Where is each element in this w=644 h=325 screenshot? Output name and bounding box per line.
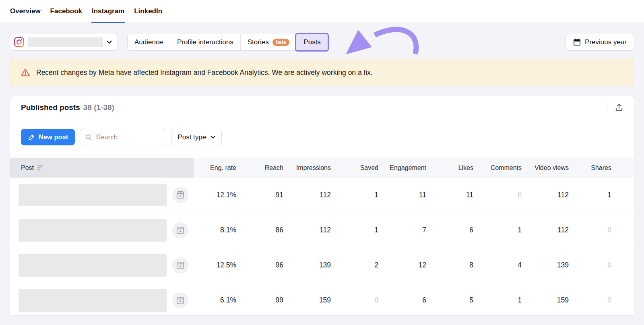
column-header-impressions[interactable]: Impressions: [283, 158, 331, 178]
cell-comments: 1: [473, 213, 522, 248]
cell-comments: 4: [473, 248, 522, 283]
account-name-redacted: [28, 37, 103, 47]
tab-label: Profile interactions: [177, 38, 233, 46]
cell-reach: 96: [236, 248, 283, 283]
chevron-down-icon: [107, 40, 112, 44]
column-label: Post: [21, 164, 34, 172]
cell-likes: 5: [426, 283, 473, 316]
post-thumbnail-redacted[interactable]: [19, 254, 167, 277]
column-header-post[interactable]: Post: [10, 158, 194, 178]
cell-eng-rate: 12.1%: [194, 178, 236, 213]
table-row: 12.1% 91 112 1 11 11 0 112 1: [10, 178, 634, 213]
nav-tab-linkedin[interactable]: LinkedIn: [134, 0, 163, 23]
cell-video-views: 112: [522, 178, 569, 213]
nav-tab-label: Facebook: [50, 7, 82, 15]
arrow-annotation-icon: [336, 24, 421, 58]
posts-toolbar: New post Post type: [10, 119, 634, 158]
search-box: [80, 129, 166, 145]
search-icon: [85, 134, 92, 141]
cell-engagement: 7: [378, 213, 426, 248]
nav-tab-overview[interactable]: Overview: [10, 0, 41, 23]
calendar-icon: [573, 38, 581, 46]
column-header-video-views[interactable]: Video views: [522, 158, 569, 178]
table-row: 6.1% 99 159 0 6 5 1 159 0: [10, 283, 634, 316]
published-posts-card: Published posts 38 (1-38): [10, 96, 634, 316]
new-post-label: New post: [39, 133, 68, 141]
cell-reach: 99: [236, 283, 283, 316]
tab-posts[interactable]: Posts: [296, 34, 328, 50]
cell-shares: 0: [569, 248, 634, 283]
table-row: 8.1% 86 112 1 7 6 1 112 0: [10, 213, 634, 248]
divider: [607, 102, 607, 113]
tab-label: Posts: [303, 38, 321, 46]
tab-stories[interactable]: Stories beta: [240, 34, 297, 50]
cell-likes: 8: [426, 248, 473, 283]
cell-reach: 91: [236, 178, 283, 213]
column-header-eng-rate[interactable]: Eng. rate: [194, 158, 236, 178]
post-cell: [10, 248, 194, 283]
posts-table: Post Eng. rate Reach Impressions Saved E…: [10, 158, 634, 316]
sort-icon: [37, 166, 43, 170]
nav-tab-label: Overview: [10, 7, 41, 15]
post-type-dropdown[interactable]: Post type: [171, 129, 222, 145]
section-tabs: Audience Profile interactions Stories be…: [127, 34, 328, 51]
table-header-row: Post Eng. rate Reach Impressions Saved E…: [10, 158, 634, 178]
tab-profile-interactions[interactable]: Profile interactions: [170, 34, 240, 50]
new-post-button[interactable]: New post: [21, 129, 75, 145]
post-cell: [10, 283, 194, 316]
cell-eng-rate: 8.1%: [194, 213, 236, 248]
account-selector[interactable]: [10, 34, 118, 51]
cell-video-views: 159: [522, 283, 569, 316]
cell-reach: 86: [236, 213, 283, 248]
card-header: Published posts 38 (1-38): [10, 96, 634, 119]
search-input[interactable]: [96, 133, 161, 141]
reel-icon: [172, 187, 188, 203]
cell-impressions: 112: [283, 213, 331, 248]
chevron-down-icon: [211, 135, 215, 139]
post-cell: [10, 213, 194, 248]
post-type-label: Post type: [178, 133, 206, 141]
cell-shares: 0: [569, 213, 634, 248]
post-thumbnail-redacted[interactable]: [19, 219, 167, 242]
reel-icon: [172, 222, 188, 238]
column-header-engagement[interactable]: Engagement: [378, 158, 426, 178]
cell-video-views: 112: [522, 213, 569, 248]
column-header-saved[interactable]: Saved: [331, 158, 378, 178]
previous-year-button[interactable]: Previous year: [566, 34, 634, 51]
cell-comments: 0: [473, 178, 522, 213]
cell-saved: 2: [331, 248, 378, 283]
cell-likes: 6: [426, 213, 473, 248]
cell-engagement: 11: [378, 178, 426, 213]
nav-tab-label: LinkedIn: [134, 7, 162, 15]
cell-shares: 0: [569, 283, 634, 316]
reel-icon: [172, 292, 188, 308]
banner-text: Recent changes by Meta have affected Ins…: [36, 68, 373, 77]
post-thumbnail-redacted[interactable]: [19, 289, 167, 312]
reel-icon: [172, 257, 188, 273]
nav-tab-instagram[interactable]: Instagram: [91, 0, 125, 23]
table-row: 12.5% 96 139 2 12 8 4 139 0: [10, 248, 634, 283]
nav-tab-facebook[interactable]: Facebook: [50, 0, 83, 23]
column-header-comments[interactable]: Comments: [473, 158, 522, 178]
cell-shares: 1: [569, 178, 634, 213]
previous-year-label: Previous year: [585, 38, 627, 46]
cell-impressions: 139: [283, 248, 331, 283]
column-header-reach[interactable]: Reach: [236, 158, 283, 178]
tab-label: Stories: [248, 38, 269, 46]
card-title: Published posts: [21, 103, 80, 112]
export-button[interactable]: [614, 102, 624, 113]
beta-badge: beta: [272, 39, 290, 46]
platform-nav: Overview Facebook Instagram LinkedIn: [0, 0, 644, 23]
cell-saved: 1: [331, 178, 378, 213]
cell-likes: 11: [426, 178, 473, 213]
cell-engagement: 6: [378, 283, 426, 316]
cell-engagement: 12: [378, 248, 426, 283]
controls-row: Audience Profile interactions Stories be…: [10, 33, 634, 51]
nav-tab-label: Instagram: [92, 7, 124, 15]
tab-audience[interactable]: Audience: [128, 34, 170, 50]
pencil-icon: [28, 134, 35, 141]
column-header-likes[interactable]: Likes: [426, 158, 473, 178]
column-header-shares[interactable]: Shares: [569, 158, 634, 178]
warning-icon: [21, 68, 30, 77]
post-thumbnail-redacted[interactable]: [19, 184, 167, 206]
